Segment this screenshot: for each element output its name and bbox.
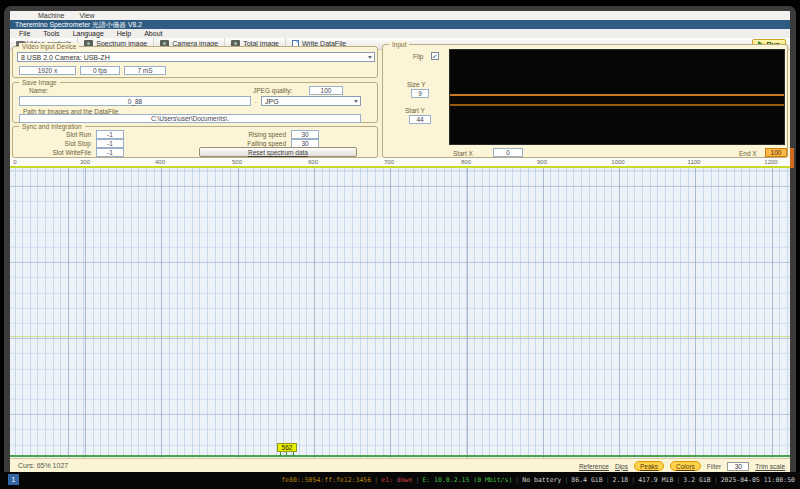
- vm-menu-view[interactable]: View: [79, 12, 94, 19]
- menu-help[interactable]: Help: [117, 30, 131, 37]
- vm-menu-machine[interactable]: Machine: [38, 12, 64, 19]
- reference-level-line: [10, 336, 790, 337]
- peak-tick: [286, 452, 287, 456]
- status-eth-down: e1: down: [381, 476, 412, 484]
- workspace-badge[interactable]: 1: [8, 474, 19, 485]
- filter-label: Filter: [707, 463, 721, 470]
- dips-button[interactable]: Dips: [615, 463, 628, 470]
- size-y-label: Size Y: [407, 81, 426, 88]
- ruler-tick: 1000: [611, 159, 624, 165]
- name-label: Name:: [29, 87, 48, 94]
- save-image-group: Save Image Name: JPEG quality: 100 0_88 …: [12, 82, 378, 123]
- input-group: Input Flip Size Y 9 Start Y 44 Start X 0…: [382, 44, 788, 158]
- slot-writefile-field[interactable]: -1: [96, 148, 124, 157]
- format-select[interactable]: JPG: [261, 96, 361, 106]
- size-y-field[interactable]: 9: [411, 89, 429, 98]
- start-x-field[interactable]: 0: [493, 148, 523, 157]
- reference-button[interactable]: Reference: [579, 463, 609, 470]
- wavelength-ruler: 0 300 400 500 600 700 800 900 1000 1100 …: [10, 158, 790, 168]
- rising-speed-label: Rising speed: [208, 131, 286, 138]
- slot-writefile-label: Slot WriteFile: [21, 149, 91, 156]
- peak-tick: [280, 452, 281, 456]
- status-memory: 417.9 MiB: [638, 476, 673, 484]
- peak-tick: [293, 452, 294, 456]
- slot-run-label: Slot Run: [33, 131, 91, 138]
- flip-checkbox[interactable]: [431, 52, 439, 60]
- app-titlebar: Theremino Spectrometer 光譜小儀器 V8.2: [10, 20, 790, 29]
- video-device-value: 8 USB 2.0 Camera: USB-ZH: [21, 54, 110, 61]
- rising-speed-field[interactable]: 30: [291, 130, 319, 139]
- ruler-tick: 900: [537, 159, 547, 165]
- save-image-group-title: Save Image: [19, 79, 60, 86]
- ruler-tick: 700: [384, 159, 394, 165]
- camera-preview[interactable]: [449, 49, 785, 145]
- status-load: 2.18: [613, 476, 629, 484]
- path-field[interactable]: C:\Users\user\Documents\.: [19, 114, 361, 123]
- cursor-readout: Curs: 65% 1027: [18, 462, 68, 469]
- app-title: Theremino Spectrometer 光譜小儀器 V8.2: [15, 21, 142, 28]
- resolution-field[interactable]: 1920 x: [19, 66, 76, 75]
- ruler-tick: 500: [232, 159, 242, 165]
- slot-stop-field[interactable]: -1: [96, 139, 124, 148]
- video-device-select[interactable]: 8 USB 2.0 Camera: USB-ZH: [17, 52, 375, 62]
- input-group-title: Input: [389, 41, 409, 48]
- reset-spectrum-button[interactable]: Reset spectrum data: [199, 147, 357, 157]
- ruler-tick: 300: [80, 159, 90, 165]
- ruler-tick: 0: [13, 159, 16, 165]
- sync-group-title: Sync and Integration: [19, 123, 85, 130]
- spectrum-graph[interactable]: 562: [10, 168, 790, 458]
- spectrum-baseline: [10, 455, 790, 457]
- host-statusbar: 1 fe80::5054:ff:fe12:3456|e1: down|E: 10…: [0, 472, 800, 489]
- start-y-label: Start Y: [405, 107, 425, 114]
- system-status-text: fe80::5054:ff:fe12:3456|e1: down|E: 10.0…: [281, 476, 795, 484]
- menu-about[interactable]: About: [144, 30, 162, 37]
- ruler-tick: 1200: [764, 159, 777, 165]
- ruler-tick: 400: [155, 159, 165, 165]
- slot-stop-label: Slot Stop: [33, 140, 91, 147]
- ruler-tick: 800: [461, 159, 471, 165]
- ruler-tick: 600: [308, 159, 318, 165]
- status-datetime: 2025-04-05 11:00:50: [721, 476, 795, 484]
- menu-tools[interactable]: Tools: [43, 30, 59, 37]
- peak-wavelength-badge: 562: [277, 443, 297, 452]
- jpeg-quality-field[interactable]: 100: [309, 86, 343, 95]
- sync-group: Sync and Integration Slot Run -1 Rising …: [12, 126, 378, 158]
- menu-language[interactable]: Language: [73, 30, 104, 37]
- status-disk: 86.4 GiB: [571, 476, 602, 484]
- colors-button[interactable]: Colors: [670, 461, 701, 471]
- ruler-tick: 1100: [688, 159, 701, 165]
- video-input-group-title: Video Input Device: [19, 43, 79, 50]
- dot-separator: .: [255, 97, 257, 104]
- status-ram: 3.2 GiB: [683, 476, 710, 484]
- fps-field: 0 fps: [80, 66, 120, 75]
- exposure-field: 7 mS: [124, 66, 166, 75]
- end-x-slider-handle[interactable]: [790, 148, 794, 168]
- flip-label: Flip: [413, 53, 423, 60]
- status-ip: E: 10.0.2.15 (0 Mbit/s): [422, 476, 512, 484]
- start-x-label: Start X: [453, 150, 473, 157]
- video-input-group: Video Input Device 8 USB 2.0 Camera: USB…: [12, 46, 378, 78]
- capture-row-selection[interactable]: [450, 94, 784, 106]
- peaks-button[interactable]: Peaks: [634, 461, 664, 471]
- graph-footer: Curs: 65% 1027 Reference Dips Peaks Colo…: [10, 458, 790, 472]
- jpeg-quality-label: JPEG quality:: [253, 87, 292, 94]
- start-y-field[interactable]: 44: [409, 115, 431, 124]
- vm-menubar: Machine View: [10, 11, 790, 20]
- trim-scale-button[interactable]: Trim scale: [755, 463, 785, 470]
- falling-speed-label: Falling speed: [208, 140, 286, 147]
- end-x-label: End X: [739, 150, 757, 157]
- end-x-field[interactable]: 100: [765, 148, 787, 157]
- menu-file[interactable]: File: [19, 30, 30, 37]
- filter-field[interactable]: 30: [727, 462, 749, 471]
- status-ipv6: fe80::5054:ff:fe12:3456: [281, 476, 371, 484]
- slot-run-field[interactable]: -1: [96, 130, 124, 139]
- format-value: JPG: [265, 98, 279, 105]
- app-menubar: File Tools Language Help About: [10, 29, 790, 38]
- filename-field[interactable]: 0_88: [19, 96, 251, 106]
- status-battery: No battery: [522, 476, 561, 484]
